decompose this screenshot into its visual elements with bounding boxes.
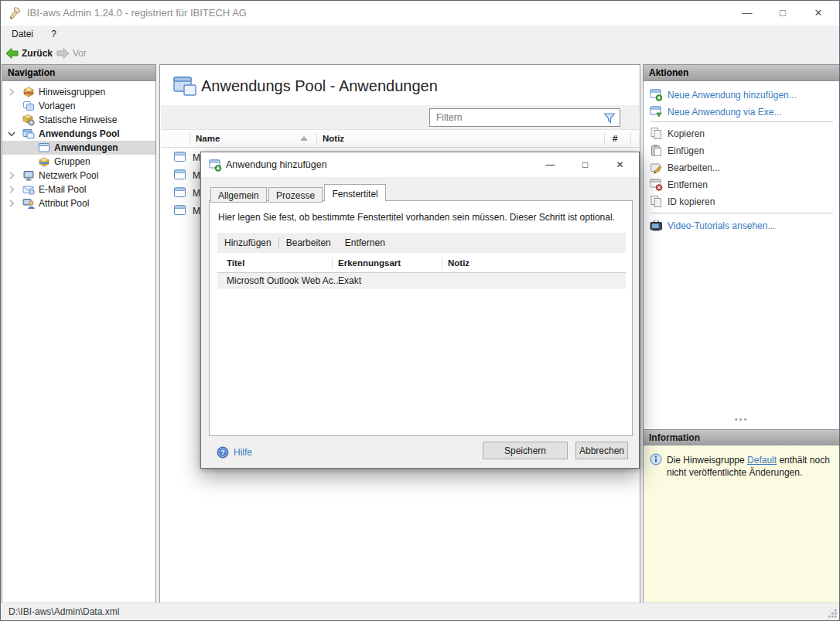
notice-groups-icon (22, 86, 35, 98)
dialog-close-button[interactable]: ✕ (603, 152, 637, 177)
action-label: Neue Anwendung via Exe... (668, 107, 781, 118)
new-application-exe-icon (650, 105, 663, 118)
tree-item-netzwerk-pool[interactable]: Netzwerk Pool (2, 169, 155, 183)
attribute-pool-icon (22, 197, 35, 210)
column-header-notiz[interactable]: Notiz (448, 258, 470, 268)
network-pool-icon (22, 169, 35, 182)
action-copy[interactable]: Kopieren (644, 125, 839, 142)
dialog-maximize-button[interactable]: □ (568, 152, 603, 177)
copy-id-icon (650, 195, 663, 208)
dialog-minimize-button[interactable]: — (533, 152, 568, 177)
help-label: Hilfe (234, 447, 252, 458)
column-header-count[interactable]: # (613, 134, 617, 143)
tree-label: Statische Hinweise (39, 114, 117, 125)
tree-item-anwendungs-pool[interactable]: Anwendungs Pool (2, 127, 155, 141)
action-paste[interactable]: Einfügen (644, 142, 839, 159)
dialog-titlebar: Anwendung hinzufügen — □ ✕ (201, 152, 639, 177)
page-title: Anwendungs Pool - Anwendungen (201, 77, 438, 95)
dialog-title: Anwendung hinzufügen (226, 152, 327, 177)
window-maximize-button[interactable]: □ (765, 1, 801, 26)
action-edit[interactable]: Bearbeiten... (644, 159, 839, 176)
application-pool-icon (22, 128, 35, 140)
applications-page-icon (173, 75, 198, 98)
action-video-tutorials[interactable]: Video-Tutorials ansehen... (644, 217, 839, 234)
tree-item-statische-hinweise[interactable]: Statische Hinweise (2, 113, 155, 127)
column-header-name[interactable]: Name (196, 134, 220, 143)
action-label: Entfernen (668, 179, 708, 190)
email-pool-icon (22, 183, 35, 196)
action-new-application[interactable]: Neue Anwendung hinzufügen... (644, 87, 839, 104)
forward-arrow-icon (56, 47, 70, 60)
edit-title-button[interactable]: Bearbeiten (279, 237, 338, 248)
resize-grip-icon[interactable] (827, 608, 838, 619)
tree-label: Vorlagen (39, 101, 75, 111)
chevron-right-icon[interactable] (7, 87, 16, 97)
chevron-right-icon[interactable] (7, 171, 16, 180)
help-link[interactable]: ? Hilfe (217, 445, 252, 459)
tree-label: Attribut Pool (39, 198, 89, 209)
forward-label: Vor (73, 48, 87, 59)
data-file-path: D:\IBI-aws\Admin\Data.xml (9, 606, 119, 617)
actions-separator (650, 121, 833, 122)
tree-item-email-pool[interactable]: E-Mail Pool (2, 183, 155, 196)
back-arrow-icon (5, 47, 19, 60)
column-separator (332, 258, 333, 270)
filter-input[interactable] (430, 109, 620, 126)
window-title-row[interactable]: Microsoft Outlook Web Ac... Exakt (217, 273, 626, 288)
chevron-right-icon[interactable] (7, 199, 16, 208)
main-table-header: Name Notiz # (161, 129, 639, 148)
add-title-button[interactable]: Hinzufügen (217, 237, 278, 248)
window-title: IBI-aws Admin 1.24.0 - registriert für I… (27, 1, 247, 26)
sort-ascending-icon (300, 136, 308, 141)
svg-text:?: ? (220, 449, 225, 456)
action-remove[interactable]: Entfernen (644, 176, 839, 193)
tree-item-gruppen[interactable]: Gruppen (2, 155, 155, 169)
dialog-table-header: Titel Erkennungsart Notiz (217, 255, 626, 273)
action-label: ID kopieren (668, 196, 715, 207)
column-header-notiz[interactable]: Notiz (323, 134, 344, 143)
app-window: IBI-aws Admin 1.24.0 - registriert für I… (0, 0, 840, 621)
action-copy-id[interactable]: ID kopieren (644, 193, 839, 210)
back-label: Zurück (22, 48, 53, 59)
panel-splitter[interactable]: ••• (644, 415, 839, 424)
cell-titel: Microsoft Outlook Web Ac... (227, 275, 341, 286)
column-separator (190, 132, 190, 145)
action-label: Kopieren (668, 128, 705, 139)
groups-icon (38, 155, 50, 168)
chevron-down-icon[interactable] (7, 129, 16, 138)
action-label: Bearbeiten... (668, 162, 720, 173)
column-header-titel[interactable]: Titel (227, 258, 244, 268)
window-minimize-button[interactable]: — (729, 1, 765, 26)
information-header: Information (644, 429, 839, 445)
column-header-erkennungsart[interactable]: Erkennungsart (338, 258, 401, 268)
chevron-right-icon[interactable] (7, 185, 16, 194)
column-separator (316, 132, 317, 145)
action-new-application-exe[interactable]: Neue Anwendung via Exe... (644, 104, 839, 121)
menu-datei[interactable]: Datei (4, 26, 41, 43)
tab-prozesse[interactable]: Prozesse (268, 187, 323, 203)
menu-help[interactable]: ? (43, 26, 64, 43)
app-icon (9, 7, 22, 20)
info-text-before: Die Hinweisgruppe (667, 455, 747, 466)
window-close-button[interactable]: ✕ (801, 1, 836, 26)
tree-item-anwendungen[interactable]: Anwendungen (2, 141, 155, 155)
video-tutorials-icon (650, 219, 663, 232)
tree-item-hinweisgruppen[interactable]: Hinweisgruppen (2, 85, 155, 99)
copy-icon (650, 127, 663, 140)
back-button[interactable]: Zurück (5, 46, 53, 61)
actions-panel: Aktionen Neue Anwendung hinzufügen... Ne… (643, 64, 840, 603)
tab-fenstertitel[interactable]: Fenstertitel (324, 184, 385, 202)
filter-icon[interactable] (603, 112, 616, 125)
information-message: Die Hinweisgruppe Default enthält noch n… (667, 454, 834, 479)
forward-button[interactable]: Vor (56, 46, 87, 61)
static-notices-icon (22, 114, 35, 126)
cancel-button[interactable]: Abbrechen (575, 442, 628, 459)
tree-item-vorlagen[interactable]: Vorlagen (2, 99, 155, 113)
tree-item-attribut-pool[interactable]: Attribut Pool (2, 196, 155, 210)
action-label: Neue Anwendung hinzufügen... (668, 90, 797, 101)
save-button[interactable]: Speichern (483, 442, 568, 459)
remove-title-button[interactable]: Entfernen (338, 237, 392, 248)
default-group-link[interactable]: Default (747, 455, 777, 466)
remove-icon (650, 178, 663, 191)
tab-allgemein[interactable]: Allgemein (210, 187, 267, 203)
